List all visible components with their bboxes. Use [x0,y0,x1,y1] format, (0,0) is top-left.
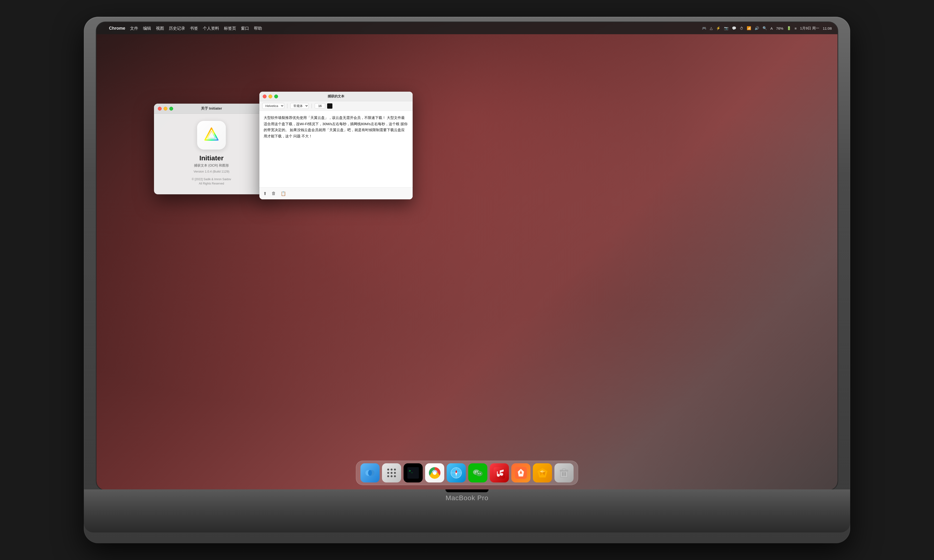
svg-point-31 [500,473,503,476]
app-icon-container [197,121,226,149]
menubar: Chrome 文件 编辑 视图 历史记录 书签 个人资料 标签页 窗口 帮助 🎮… [97,22,837,34]
about-app-version: Version 1.0.4 (Build 1129) [194,170,230,173]
gamepad-icon: 🎮 [702,26,706,31]
capture-window-title: 捕获的文本 [328,94,344,98]
svg-point-4 [391,469,393,471]
svg-point-9 [387,475,389,477]
about-window: 关于 Initiater [154,104,269,194]
traffic-lights [158,107,173,111]
macbook-notch [445,489,489,492]
screen-bezel: Chrome 文件 编辑 视图 历史记录 书签 个人资料 标签页 窗口 帮助 🎮… [96,22,838,491]
dock-finder[interactable] [361,463,379,483]
capture-window: 捕获的文本 Helvetica 常规体 16 大型软件墙裂推荐优先使用「天翼云盘… [259,92,413,199]
captured-text: 大型软件墙裂推荐优先使用「天翼云盘」，该云盘无需开会员，不限速下载！ 大型文件最… [264,115,408,138]
dock-music[interactable] [490,463,509,483]
svg-point-6 [387,472,389,474]
dock-wechat[interactable] [468,463,487,483]
macbook-bottom: MacBook Pro [84,489,850,532]
input-method-icon[interactable]: A [771,26,773,31]
capture-footer: ⬆ 🗑 📋 [259,188,413,199]
clock-icon: ⏱ [740,26,743,31]
app-name-menu[interactable]: Chrome [109,26,125,31]
screen: Chrome 文件 编辑 视图 历史记录 书签 个人资料 标签页 窗口 帮助 🎮… [97,22,837,490]
macbook-label: MacBook Pro [445,494,488,502]
dock-terminal[interactable]: >_ [404,463,423,483]
font-family-select[interactable]: Helvetica [262,103,284,109]
edit-menu[interactable]: 编辑 [143,26,151,31]
svg-point-11 [394,475,396,477]
svg-text:>_: >_ [409,469,413,473]
delete-icon[interactable]: 🗑 [271,191,276,196]
wifi-icon: 📶 [747,26,751,31]
svg-point-28 [480,473,481,474]
svg-point-5 [394,469,396,471]
menubar-left: Chrome 文件 编辑 视图 历史记录 书签 个人资料 标签页 窗口 帮助 [102,26,702,31]
maximize-button[interactable] [169,107,173,111]
capture-titlebar: 捕获的文本 [259,92,413,101]
about-titlebar: 关于 Initiater [154,104,269,114]
minimize-button[interactable] [163,107,167,111]
svg-point-27 [478,473,479,474]
control-center-icon[interactable]: ≡ [795,26,797,31]
svg-rect-44 [562,469,566,471]
dock-craft[interactable] [511,463,530,483]
date-display: 1月9日 周一 [800,26,820,31]
audio-icon: 🔊 [755,26,759,31]
macbook-outer: Chrome 文件 编辑 视图 历史记录 书签 个人资料 标签页 窗口 帮助 🎮… [84,17,850,543]
svg-point-7 [391,472,393,474]
about-window-title: 关于 Initiater [201,106,222,111]
svg-point-25 [475,471,476,472]
tabs-menu[interactable]: 标签页 [224,26,236,31]
dock-launchpad[interactable] [382,463,401,483]
capture-text-area[interactable]: 大型软件墙裂推荐优先使用「天翼云盘」，该云盘无需开会员，不限速下载！ 大型文件最… [259,111,413,188]
bookmarks-menu[interactable]: 书签 [190,26,198,31]
svg-rect-33 [497,471,498,475]
font-size-input[interactable]: 16 [315,103,325,109]
capture-minimize-button[interactable] [268,95,272,98]
history-menu[interactable]: 历史记录 [169,26,185,31]
initiater-logo [201,125,222,146]
profile-menu[interactable]: 个人资料 [203,26,219,31]
battery-icon: 🔋 [787,26,791,31]
search-icon[interactable]: 🔍 [763,26,767,31]
bolt-icon: ⚡ [716,26,721,31]
svg-point-3 [387,469,389,471]
wallpaper [97,22,837,490]
dock-trash[interactable] [555,463,573,483]
file-menu[interactable]: 文件 [130,26,138,31]
battery-percent: 76% [776,26,783,31]
capture-maximize-button[interactable] [274,95,278,98]
share-icon[interactable]: ⬆ [263,191,267,196]
window-menu[interactable]: 窗口 [241,26,249,31]
menubar-right: 🎮 △ ⚡ 📷 💬 ⏱ 📶 🔊 🔍 A 76% 🔋 ≡ 1月9日 周一 11:0… [702,26,832,31]
about-app-copyright: © [2022] Sadik & Imron Saidov All Rights… [192,177,231,186]
app-icon-bg [197,121,226,149]
svg-rect-29 [493,467,505,478]
svg-point-16 [433,471,436,475]
copy-icon[interactable]: 📋 [281,191,286,196]
wechat-icon: 💬 [732,26,737,31]
dock-safari[interactable] [447,463,466,483]
text-color-swatch[interactable] [327,103,332,109]
capture-close-button[interactable] [263,95,267,98]
camera-icon: 📷 [724,26,729,31]
svg-point-8 [394,472,396,474]
svg-point-26 [477,471,478,472]
help-menu[interactable]: 帮助 [254,26,262,31]
capture-traffic-lights [263,95,278,98]
svg-point-10 [391,475,393,477]
time-display: 11:08 [823,26,832,31]
svg-point-2 [368,470,372,476]
dock: >_ [356,461,578,485]
about-app-name: Initiater [199,154,223,162]
toolbar-divider-2 [311,104,312,108]
dock-sketch[interactable] [533,463,552,483]
close-button[interactable] [158,107,162,111]
about-content: Initiater 捕获文本 (OCR) 和图形 Version 1.0.4 (… [154,114,269,194]
capture-toolbar: Helvetica 常规体 16 [259,101,413,111]
about-app-subtitle: 捕获文本 (OCR) 和图形 [194,163,229,168]
font-style-select[interactable]: 常规体 [290,103,309,109]
dock-chrome[interactable] [425,463,444,483]
triangle-icon: △ [710,26,713,31]
view-menu[interactable]: 视图 [156,26,164,31]
